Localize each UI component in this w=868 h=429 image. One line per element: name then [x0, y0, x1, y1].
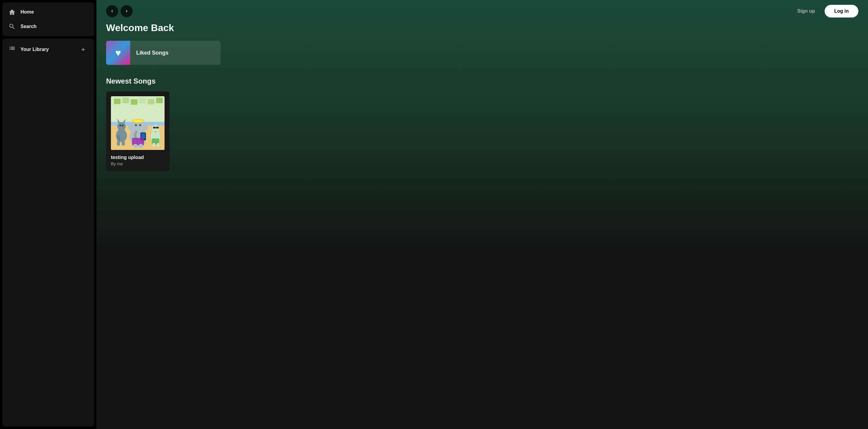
svg-rect-6 — [156, 98, 163, 103]
liked-songs-label: Liked Songs — [130, 50, 175, 56]
song-card[interactable]: testing upload By me — [106, 91, 169, 171]
svg-point-14 — [122, 124, 124, 126]
back-button[interactable] — [106, 5, 118, 17]
svg-rect-5 — [148, 99, 154, 105]
sidebar: Home Search Your Library + — [0, 0, 96, 429]
svg-rect-36 — [153, 127, 156, 128]
song-artist: By me — [111, 162, 164, 166]
songs-grid: testing upload By me — [106, 91, 858, 171]
svg-rect-40 — [153, 143, 155, 147]
svg-rect-30 — [138, 144, 143, 148]
sidebar-library-section: Your Library + — [2, 38, 94, 427]
search-label: Search — [21, 24, 36, 29]
liked-songs-art: ♥ — [106, 41, 130, 65]
topbar-nav — [106, 5, 133, 17]
svg-point-13 — [119, 124, 121, 126]
library-label: Your Library — [21, 47, 49, 52]
svg-rect-3 — [131, 99, 137, 105]
home-icon — [8, 8, 16, 16]
svg-rect-37 — [156, 127, 159, 128]
svg-rect-2 — [122, 98, 129, 103]
sidebar-nav-section: Home Search — [2, 2, 94, 36]
svg-point-22 — [142, 123, 148, 131]
liked-songs-card[interactable]: ♥ Liked Songs — [106, 41, 221, 65]
library-header-left[interactable]: Your Library — [8, 46, 49, 53]
song-name: testing upload — [111, 155, 164, 160]
search-icon — [8, 23, 16, 30]
login-button[interactable]: Log in — [825, 5, 858, 18]
song-art — [111, 96, 164, 150]
svg-rect-29 — [133, 144, 137, 148]
svg-rect-18 — [122, 141, 125, 146]
welcome-title: Welcome Back — [106, 22, 858, 33]
heart-icon: ♥ — [116, 47, 121, 59]
main-content: Sign up Log in Welcome Back ♥ Liked Song… — [96, 0, 868, 429]
content-area: Welcome Back ♥ Liked Songs Newest Songs — [96, 22, 868, 181]
svg-point-21 — [128, 123, 134, 131]
svg-point-10 — [117, 122, 126, 131]
svg-rect-28 — [132, 138, 144, 145]
svg-rect-1 — [114, 99, 121, 104]
svg-rect-4 — [139, 98, 146, 104]
svg-point-23 — [135, 124, 137, 126]
library-add-button[interactable]: + — [79, 45, 88, 54]
svg-point-24 — [139, 124, 141, 126]
topbar-auth: Sign up Log in — [792, 5, 858, 18]
forward-button[interactable] — [121, 5, 133, 17]
signup-button[interactable]: Sign up — [792, 6, 820, 16]
library-icon — [8, 46, 16, 53]
svg-rect-17 — [117, 141, 120, 146]
sidebar-item-home[interactable]: Home — [2, 5, 94, 19]
sidebar-item-search[interactable]: Search — [2, 19, 94, 34]
topbar: Sign up Log in — [96, 0, 868, 22]
home-label: Home — [21, 9, 34, 15]
newest-songs-title: Newest Songs — [106, 77, 858, 85]
library-header: Your Library + — [2, 41, 94, 58]
svg-rect-41 — [157, 143, 159, 147]
svg-point-25 — [132, 119, 144, 123]
